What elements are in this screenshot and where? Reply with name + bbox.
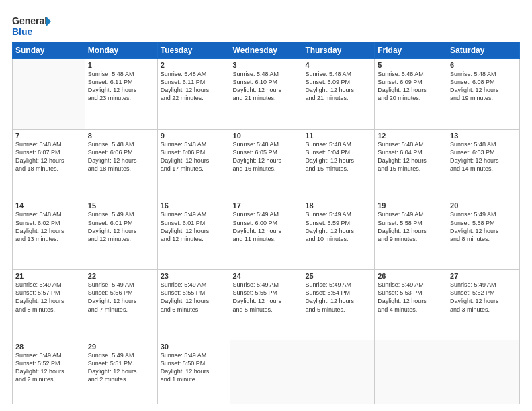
week-row-2: 7Sunrise: 5:48 AM Sunset: 6:07 PM Daylig… [13,129,520,199]
day-number: 2 [161,61,227,69]
col-header-wednesday: Wednesday [230,42,302,59]
calendar-cell: 6Sunrise: 5:48 AM Sunset: 6:08 PM Daylig… [447,59,520,130]
calendar-cell: 18Sunrise: 5:49 AM Sunset: 5:59 PM Dayli… [302,199,375,270]
day-number: 29 [88,342,154,351]
calendar-cell: 9Sunrise: 5:48 AM Sunset: 6:06 PM Daylig… [157,129,230,199]
calendar-cell: 2Sunrise: 5:48 AM Sunset: 6:11 PM Daylig… [157,59,230,130]
col-header-friday: Friday [375,42,447,59]
col-header-thursday: Thursday [302,42,375,59]
calendar-cell: 4Sunrise: 5:48 AM Sunset: 6:09 PM Daylig… [302,59,375,130]
day-number: 16 [161,201,227,210]
day-info: Sunrise: 5:48 AM Sunset: 6:11 PM Dayligh… [161,70,227,103]
day-number: 14 [15,201,82,210]
calendar-cell: 15Sunrise: 5:49 AM Sunset: 6:01 PM Dayli… [85,199,157,270]
day-info: Sunrise: 5:48 AM Sunset: 6:10 PM Dayligh… [233,70,300,103]
calendar-cell: 29Sunrise: 5:49 AM Sunset: 5:51 PM Dayli… [85,340,157,404]
day-number: 23 [161,272,227,280]
day-info: Sunrise: 5:48 AM Sunset: 6:03 PM Dayligh… [450,140,517,173]
calendar-cell: 1Sunrise: 5:48 AM Sunset: 6:11 PM Daylig… [85,59,157,130]
day-info: Sunrise: 5:48 AM Sunset: 6:02 PM Dayligh… [15,210,82,243]
calendar-cell: 8Sunrise: 5:48 AM Sunset: 6:06 PM Daylig… [85,129,157,199]
calendar-cell [302,340,375,404]
day-info: Sunrise: 5:49 AM Sunset: 5:59 PM Dayligh… [305,210,371,243]
col-header-tuesday: Tuesday [157,42,230,59]
day-info: Sunrise: 5:49 AM Sunset: 6:01 PM Dayligh… [88,210,154,243]
calendar-cell: 13Sunrise: 5:48 AM Sunset: 6:03 PM Dayli… [447,129,520,199]
page: GeneralBlue SundayMondayTuesdayWednesday… [0,0,532,411]
calendar-cell: 14Sunrise: 5:48 AM Sunset: 6:02 PM Dayli… [13,199,85,270]
day-info: Sunrise: 5:49 AM Sunset: 5:55 PM Dayligh… [233,281,300,314]
day-info: Sunrise: 5:48 AM Sunset: 6:04 PM Dayligh… [378,140,444,173]
day-info: Sunrise: 5:49 AM Sunset: 5:51 PM Dayligh… [88,351,154,384]
col-header-sunday: Sunday [13,42,85,59]
calendar-cell: 19Sunrise: 5:49 AM Sunset: 5:58 PM Dayli… [375,199,447,270]
day-info: Sunrise: 5:48 AM Sunset: 6:06 PM Dayligh… [161,140,227,173]
day-number: 1 [88,61,154,69]
day-number: 24 [233,272,300,280]
day-info: Sunrise: 5:48 AM Sunset: 6:08 PM Dayligh… [450,70,517,103]
day-info: Sunrise: 5:49 AM Sunset: 5:57 PM Dayligh… [15,281,82,314]
day-info: Sunrise: 5:48 AM Sunset: 6:09 PM Dayligh… [378,70,444,103]
calendar-cell: 23Sunrise: 5:49 AM Sunset: 5:55 PM Dayli… [157,270,230,340]
day-info: Sunrise: 5:49 AM Sunset: 5:52 PM Dayligh… [450,281,517,314]
day-info: Sunrise: 5:48 AM Sunset: 6:04 PM Dayligh… [305,140,371,173]
day-number: 10 [233,132,300,140]
day-number: 6 [450,61,517,69]
day-number: 19 [378,201,444,210]
calendar-cell [447,340,520,404]
day-number: 11 [305,132,371,140]
col-header-saturday: Saturday [447,42,520,59]
day-number: 8 [88,132,154,140]
day-info: Sunrise: 5:49 AM Sunset: 5:58 PM Dayligh… [378,210,444,243]
calendar-cell: 16Sunrise: 5:49 AM Sunset: 6:01 PM Dayli… [157,199,230,270]
calendar-cell: 27Sunrise: 5:49 AM Sunset: 5:52 PM Dayli… [447,270,520,340]
day-number: 20 [450,201,517,210]
calendar-cell: 10Sunrise: 5:48 AM Sunset: 6:05 PM Dayli… [230,129,302,199]
calendar-cell: 7Sunrise: 5:48 AM Sunset: 6:07 PM Daylig… [13,129,85,199]
day-info: Sunrise: 5:49 AM Sunset: 5:55 PM Dayligh… [161,281,227,314]
svg-text:Blue: Blue [12,26,33,37]
day-number: 15 [88,201,154,210]
svg-text:General: General [12,15,47,26]
calendar-cell: 28Sunrise: 5:49 AM Sunset: 5:52 PM Dayli… [13,340,85,404]
calendar-cell: 25Sunrise: 5:49 AM Sunset: 5:54 PM Dayli… [302,270,375,340]
day-number: 30 [161,342,227,351]
day-number: 12 [378,132,444,140]
day-info: Sunrise: 5:49 AM Sunset: 5:56 PM Dayligh… [88,281,154,314]
day-number: 28 [15,342,82,351]
col-header-monday: Monday [85,42,157,59]
day-info: Sunrise: 5:49 AM Sunset: 5:53 PM Dayligh… [378,281,444,314]
day-number: 4 [305,61,371,69]
day-number: 5 [378,61,444,69]
calendar-cell [230,340,302,404]
day-number: 17 [233,201,300,210]
day-info: Sunrise: 5:49 AM Sunset: 6:01 PM Dayligh… [161,210,227,243]
calendar-cell: 5Sunrise: 5:48 AM Sunset: 6:09 PM Daylig… [375,59,447,130]
calendar-cell: 11Sunrise: 5:48 AM Sunset: 6:04 PM Dayli… [302,129,375,199]
calendar-cell: 21Sunrise: 5:49 AM Sunset: 5:57 PM Dayli… [13,270,85,340]
day-info: Sunrise: 5:49 AM Sunset: 5:52 PM Dayligh… [15,351,82,384]
day-number: 25 [305,272,371,280]
day-info: Sunrise: 5:48 AM Sunset: 6:06 PM Dayligh… [88,140,154,173]
day-number: 22 [88,272,154,280]
calendar-cell: 17Sunrise: 5:49 AM Sunset: 6:00 PM Dayli… [230,199,302,270]
calendar-cell: 20Sunrise: 5:49 AM Sunset: 5:58 PM Dayli… [447,199,520,270]
calendar-cell [375,340,447,404]
day-info: Sunrise: 5:49 AM Sunset: 5:54 PM Dayligh… [305,281,371,314]
logo-svg: GeneralBlue [12,13,51,38]
calendar-cell: 22Sunrise: 5:49 AM Sunset: 5:56 PM Dayli… [85,270,157,340]
calendar-cell: 24Sunrise: 5:49 AM Sunset: 5:55 PM Dayli… [230,270,302,340]
day-number: 7 [15,132,82,140]
calendar-cell: 26Sunrise: 5:49 AM Sunset: 5:53 PM Dayli… [375,270,447,340]
day-number: 21 [15,272,82,280]
calendar-table: SundayMondayTuesdayWednesdayThursdayFrid… [12,42,520,404]
day-number: 9 [161,132,227,140]
calendar-cell: 12Sunrise: 5:48 AM Sunset: 6:04 PM Dayli… [375,129,447,199]
week-row-4: 21Sunrise: 5:49 AM Sunset: 5:57 PM Dayli… [13,270,520,340]
week-row-3: 14Sunrise: 5:48 AM Sunset: 6:02 PM Dayli… [13,199,520,270]
logo: GeneralBlue [12,13,51,38]
day-number: 3 [233,61,300,69]
day-info: Sunrise: 5:49 AM Sunset: 5:50 PM Dayligh… [161,351,227,384]
day-info: Sunrise: 5:49 AM Sunset: 5:58 PM Dayligh… [450,210,517,243]
week-row-5: 28Sunrise: 5:49 AM Sunset: 5:52 PM Dayli… [13,340,520,404]
